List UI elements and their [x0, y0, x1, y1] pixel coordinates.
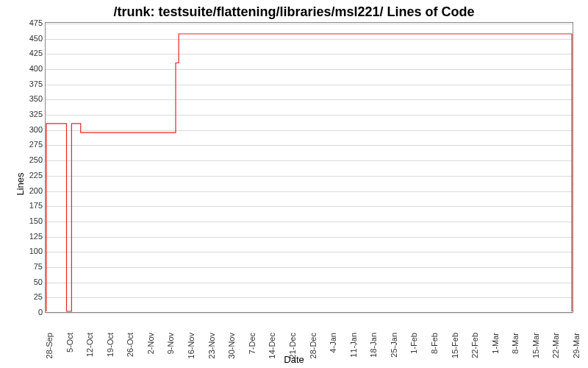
- y-tick-label: 375: [17, 79, 43, 88]
- grid-line: [46, 313, 573, 314]
- y-tick-label: 450: [17, 34, 43, 43]
- y-tick-label: 75: [17, 262, 43, 271]
- y-tick-label: 350: [17, 94, 43, 103]
- plot-area: [45, 22, 573, 313]
- y-tick-label: 275: [17, 140, 43, 149]
- y-tick-label: 300: [17, 125, 43, 134]
- loc-series-line: [46, 34, 572, 311]
- y-tick-label: 425: [17, 49, 43, 57]
- y-tick-label: 25: [17, 292, 43, 301]
- y-tick-label: 475: [17, 18, 43, 27]
- y-tick-label: 225: [17, 171, 43, 180]
- y-tick-label: 50: [17, 277, 43, 286]
- y-tick-label: 175: [17, 201, 43, 210]
- y-tick-label: 400: [17, 64, 43, 73]
- y-tick-label: 125: [17, 232, 43, 241]
- chart-title: /trunk: testsuite/flattening/libraries/m…: [0, 4, 588, 20]
- line-series-svg: [46, 23, 573, 312]
- y-tick-label: 150: [17, 216, 43, 225]
- x-axis-label: Date: [0, 354, 588, 365]
- chart-container: /trunk: testsuite/flattening/libraries/m…: [0, 0, 588, 368]
- y-tick-label: 200: [17, 186, 43, 195]
- y-tick-label: 100: [17, 247, 43, 255]
- y-tick-label: 250: [17, 155, 43, 164]
- y-tick-label: 0: [17, 308, 43, 316]
- y-tick-label: 325: [17, 110, 43, 118]
